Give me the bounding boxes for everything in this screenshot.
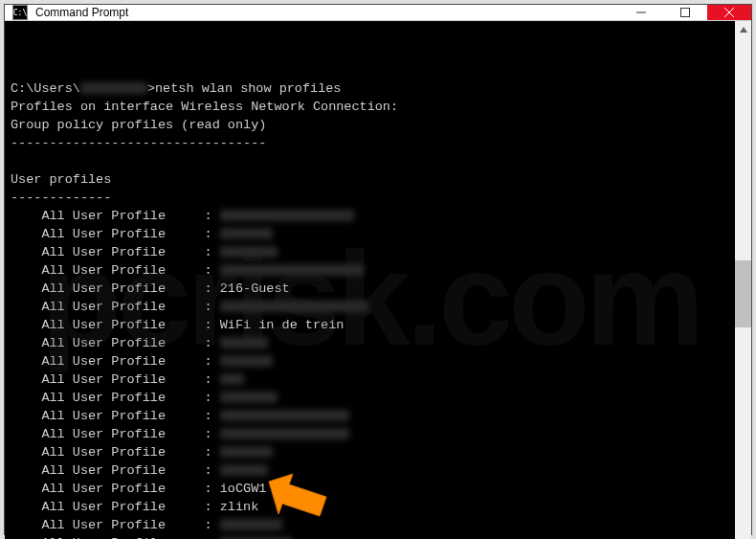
profile-row: All User Profile : ioCGW1 [11,480,729,498]
maximize-button[interactable] [663,5,707,20]
terminal-line: User profiles [11,170,729,189]
profile-row: All User Profile : x [11,298,729,316]
terminal-line: ------------- [11,189,729,207]
window-title: Command Prompt [35,6,619,19]
terminal-area: pcrisk.com C:\Users\x>netsh wlan show pr… [5,21,751,539]
profile-row: All User Profile : x [11,389,729,407]
profile-row: All User Profile : 216-Guest [11,280,729,298]
profile-row: All User Profile : x [11,461,729,480]
profile-name: zlink [220,500,259,514]
close-button[interactable] [707,5,751,20]
profile-row: All User Profile : x [11,261,729,280]
profile-row: All User Profile : x [11,352,729,371]
terminal-line: --------------------------------- [11,134,729,152]
profile-row: All User Profile : x [11,207,729,225]
profile-row: All User Profile : x [11,407,729,425]
profile-row: All User Profile : x [11,443,729,461]
minimize-button[interactable] [619,5,663,20]
terminal-line: Profiles on interface Wireless Network C… [11,98,729,116]
vertical-scrollbar[interactable] [735,21,751,539]
scroll-thumb[interactable] [735,260,751,327]
window-controls [619,5,751,20]
profile-row: All User Profile : x [11,243,729,261]
profile-row: All User Profile : WiFi in de trein [11,316,729,334]
terminal-line: C:\Users\x>netsh wlan show profiles [11,79,729,98]
profile-row: All User Profile : x [11,334,729,352]
scroll-up-button[interactable] [735,21,751,37]
profile-row: All User Profile : x [11,516,729,534]
profile-row: All User Profile : x [11,425,729,443]
svg-marker-4 [740,27,747,33]
profile-name: WiFi in de trein [220,318,345,332]
profile-name: 216-Guest [220,281,290,296]
terminal-line [11,152,729,170]
titlebar[interactable]: C:\ Command Prompt [5,5,751,21]
profile-row: All User Profile : x [11,371,729,389]
terminal-output[interactable]: pcrisk.com C:\Users\x>netsh wlan show pr… [5,21,735,539]
terminal-line: Group policy profiles (read only) [11,116,729,134]
profile-name: ioCGW1 [220,482,267,496]
svg-rect-1 [681,9,690,17]
cmd-icon: C:\ [12,5,28,20]
profile-row: All User Profile : x [11,225,729,243]
profile-row: All User Profile : zlink [11,498,729,516]
profile-row: All User Profile : x [11,534,729,539]
command-prompt-window: C:\ Command Prompt pcrisk.com C:\Users\x… [4,4,752,535]
